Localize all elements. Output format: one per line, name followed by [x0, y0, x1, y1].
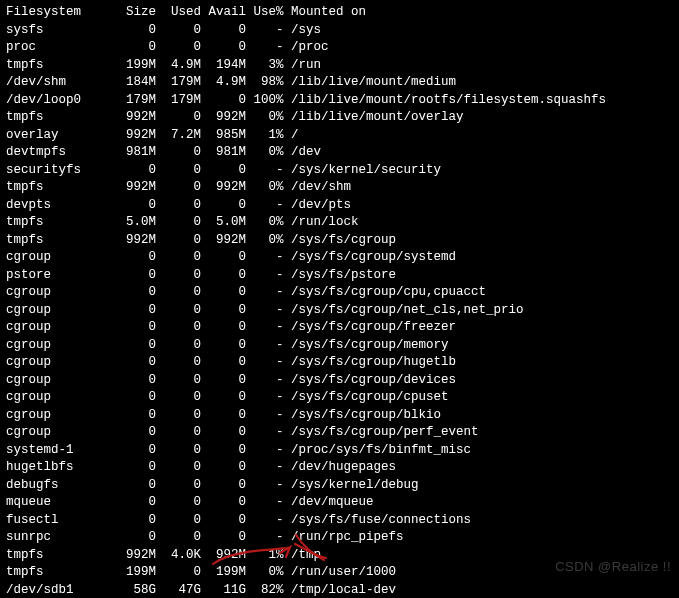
terminal-output: Filesystem Size Used Avail Use% Mounted … — [0, 0, 679, 598]
table-row: proc 0 0 0 - /proc — [6, 39, 673, 57]
table-row: cgroup 0 0 0 - /sys/fs/cgroup/cpu,cpuacc… — [6, 284, 673, 302]
table-row: /dev/loop0 179M 179M 0 100% /lib/live/mo… — [6, 92, 673, 110]
table-row: sysfs 0 0 0 - /sys — [6, 22, 673, 40]
table-row: cgroup 0 0 0 - /sys/fs/cgroup/systemd — [6, 249, 673, 267]
table-row: tmpfs 992M 0 992M 0% /lib/live/mount/ove… — [6, 109, 673, 127]
table-row: /dev/shm 184M 179M 4.9M 98% /lib/live/mo… — [6, 74, 673, 92]
table-row: mqueue 0 0 0 - /dev/mqueue — [6, 494, 673, 512]
table-row: cgroup 0 0 0 - /sys/fs/cgroup/cpuset — [6, 389, 673, 407]
table-row: cgroup 0 0 0 - /sys/fs/cgroup/net_cls,ne… — [6, 302, 673, 320]
table-row: /dev/sdb1 58G 47G 11G 82% /tmp/local-dev — [6, 582, 673, 599]
table-row: cgroup 0 0 0 - /sys/fs/cgroup/memory — [6, 337, 673, 355]
table-row: overlay 992M 7.2M 985M 1% / — [6, 127, 673, 145]
table-row: cgroup 0 0 0 - /sys/fs/cgroup/perf_event — [6, 424, 673, 442]
table-row: devtmpfs 981M 0 981M 0% /dev — [6, 144, 673, 162]
table-row: cgroup 0 0 0 - /sys/fs/cgroup/freezer — [6, 319, 673, 337]
table-row: cgroup 0 0 0 - /sys/fs/cgroup/hugetlb — [6, 354, 673, 372]
table-row: tmpfs 5.0M 0 5.0M 0% /run/lock — [6, 214, 673, 232]
table-row: debugfs 0 0 0 - /sys/kernel/debug — [6, 477, 673, 495]
table-row: sunrpc 0 0 0 - /run/rpc_pipefs — [6, 529, 673, 547]
table-row: tmpfs 992M 0 992M 0% /sys/fs/cgroup — [6, 232, 673, 250]
table-row: devpts 0 0 0 - /dev/pts — [6, 197, 673, 215]
table-row: tmpfs 199M 4.9M 194M 3% /run — [6, 57, 673, 75]
table-body: sysfs 0 0 0 - /sysproc 0 0 0 - /proctmpf… — [6, 22, 673, 599]
table-row: cgroup 0 0 0 - /sys/fs/cgroup/blkio — [6, 407, 673, 425]
table-header-row: Filesystem Size Used Avail Use% Mounted … — [6, 4, 673, 22]
table-row: pstore 0 0 0 - /sys/fs/pstore — [6, 267, 673, 285]
table-row: systemd-1 0 0 0 - /proc/sys/fs/binfmt_mi… — [6, 442, 673, 460]
table-row: cgroup 0 0 0 - /sys/fs/cgroup/devices — [6, 372, 673, 390]
table-row: securityfs 0 0 0 - /sys/kernel/security — [6, 162, 673, 180]
table-row: hugetlbfs 0 0 0 - /dev/hugepages — [6, 459, 673, 477]
watermark-text: CSDN @Realize !! — [555, 558, 671, 576]
table-row: fusectl 0 0 0 - /sys/fs/fuse/connections — [6, 512, 673, 530]
table-row: tmpfs 992M 0 992M 0% /dev/shm — [6, 179, 673, 197]
